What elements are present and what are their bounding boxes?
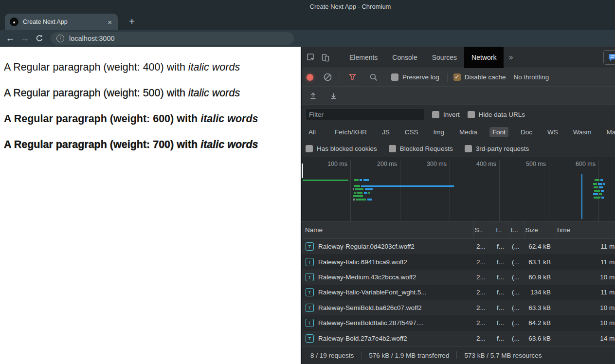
load-event-line [581,174,582,219]
filter-chip-img[interactable]: Img [431,127,448,137]
network-request-row[interactable]: TRaleway-SemiBoldItalic.287f5497....2...… [302,315,615,330]
waterfall-bar [356,199,366,200]
invert-label: Invert [443,111,460,118]
request-initiator-cell: (... [510,319,525,327]
preserve-log-label: Preserve log [402,73,439,81]
column-header-size[interactable]: Size [522,226,552,234]
waterfall-bar [593,193,598,195]
request-size-cell: 60.9 kB [525,273,556,281]
record-network-log-button[interactable] [307,74,313,81]
network-request-row[interactable]: TRaleway-Medium.43c2bcca.woff22...f...(.… [302,270,615,285]
paragraph-text: A Regular paragraph (weight: 600) with [4,113,200,125]
filter-chip-js[interactable]: JS [379,127,393,137]
new-tab-button[interactable]: + [126,15,138,28]
timeline-left-handle[interactable] [302,164,303,178]
request-initiator-cell: (... [510,243,525,250]
filter-row: Invert Hide data URLs [302,105,615,124]
disable-cache-checkbox[interactable]: ✓ [453,73,461,81]
request-time-cell: 10 ms [556,304,615,311]
network-request-row[interactable]: TRaleway-Italic-VariableFont_wght.5...2.… [302,285,615,300]
hide-data-urls-checkbox[interactable] [468,111,475,118]
filter-chip-wasm[interactable]: Wasm [570,127,595,137]
status-bar-item: 8 / 19 requests [310,352,354,359]
devtools-tab-console[interactable]: Console [385,47,424,68]
request-size-cell: 134 kB [525,289,556,296]
blocked-requests-checkbox[interactable] [389,145,396,152]
devtools-panel: ElementsConsoleSourcesNetwork » [302,47,615,364]
paragraph-italic-text: italic words [188,87,240,99]
waterfall-bar [603,183,605,185]
waterfall-bar [354,185,360,187]
request-filter-checkboxes: Has blocked cookiesBlocked Requests3rd-p… [302,140,615,157]
preserve-log-checkbox[interactable] [391,73,398,81]
request-initiator-cell: (... [510,304,525,311]
column-header-s-[interactable]: S.. [471,226,491,234]
import-har-icon[interactable] [306,89,320,103]
font-file-icon: T [306,288,314,296]
filter-chip-font[interactable]: Font [489,127,508,137]
search-icon[interactable] [366,70,381,85]
waterfall-bar [367,199,372,200]
filter-chip-manifest[interactable]: Manifest [603,127,615,137]
reload-button[interactable] [32,34,47,43]
divider [447,73,448,82]
export-har-icon[interactable] [326,89,341,103]
filter-chip-doc[interactable]: Doc [518,127,535,137]
column-header-time[interactable]: Time [553,226,615,234]
tab-close-icon[interactable]: × [107,18,113,26]
har-toolbar [302,87,615,105]
timeline-gridline [450,160,450,221]
devtools-tab-sources[interactable]: Sources [425,47,464,68]
request-status-cell: 2... [473,289,494,296]
request-status-cell: 2... [473,243,494,250]
paragraph-weight-600: A Regular paragraph (weight: 600) with i… [4,113,258,125]
network-request-row[interactable]: TRaleway-Bold.27a7e4b2.woff22...f...(...… [302,331,615,346]
disable-cache-label: Disable cache [465,73,506,81]
paragraph-weight-500: A Regular paragraph (weight: 500) with i… [4,87,240,99]
filter-funnel-icon[interactable] [345,70,360,85]
network-overview-timeline[interactable]: 100 ms200 ms300 ms400 ms500 ms600 ms [302,157,615,221]
font-file-icon: T [306,334,314,343]
paragraph-weight-700: A Regular paragraph (weight: 700) with i… [4,139,258,151]
network-request-row[interactable]: TRaleway-SemiBold.ba626c07.woff22...f...… [302,300,615,315]
timeline-label: 300 ms [413,161,447,168]
devtools-tab-network[interactable]: Network [464,47,504,68]
feedback-button[interactable] [603,50,615,65]
filter-chip-all[interactable]: All [306,127,319,137]
filter-chip-media[interactable]: Media [456,127,480,137]
column-header-name[interactable]: Name [302,226,471,234]
waterfall-bar [363,179,369,181]
waterfall-bar [599,193,602,195]
back-button[interactable]: ← [3,33,18,44]
filter-chip-fetch-xhr[interactable]: Fetch/XHR [332,127,370,137]
request-name-cell: TRaleway-Bold.27a7e4b2.woff2 [302,334,473,343]
paragraph-text: A Regular paragraph (weight: 400) with [4,61,188,73]
address-bar[interactable]: i localhost:3000 [51,32,294,45]
waterfall-bar [360,179,362,181]
network-filter-input[interactable] [306,109,424,120]
throttling-select[interactable]: No throttling [514,73,549,81]
network-request-row[interactable]: TRaleway-Regular.0d4203cf.woff22...f...(… [302,239,615,254]
inspect-element-icon[interactable] [304,50,318,65]
filter-chip-ws[interactable]: WS [544,127,561,137]
waterfall-bar [354,192,356,194]
request-name: Raleway-Regular.0d4203cf.woff2 [318,243,415,250]
paragraph-text: A Regular paragraph (weight: 500) with [4,87,188,99]
invert-checkbox[interactable] [432,111,439,118]
status-bar-item: 576 kB / 1.9 MB transferred [369,352,449,359]
forward-button[interactable]: → [18,33,32,44]
filter-chip-css[interactable]: CSS [402,127,421,137]
clear-network-log-icon[interactable] [320,70,335,85]
request-status-cell: 2... [473,335,494,342]
devtools-tab-elements[interactable]: Elements [342,47,385,68]
site-info-icon[interactable]: i [56,35,64,42]
has-blocked-cookies-checkbox[interactable] [306,145,313,152]
has-blocked-cookies-label: Has blocked cookies [317,145,377,152]
network-request-row[interactable]: TRaleway-Italic.6941bca9.woff22...f...(.… [302,254,615,269]
browser-tab[interactable]: ▲ Create Next App × [5,14,118,30]
more-tabs-icon[interactable]: » [504,53,518,62]
device-toolbar-icon[interactable] [318,50,333,65]
divider [340,73,340,82]
3rd-party-requests-checkbox[interactable] [465,145,472,152]
timeline-label: 600 ms [561,161,596,168]
